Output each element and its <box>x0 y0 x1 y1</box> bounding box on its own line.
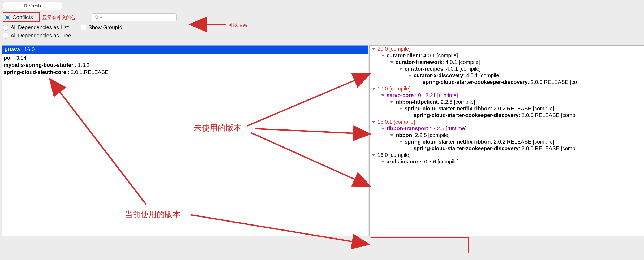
annotation-search-label: 可以搜索 <box>228 22 247 28</box>
dependency-list-item[interactable]: poi : 3.14 <box>2 54 368 62</box>
radio-icon <box>3 33 8 39</box>
tree-row[interactable]: spring-cloud-starter-zookeeper-discovery… <box>370 79 644 85</box>
annotation-frame-guava: guava : 16.0 <box>3 46 36 53</box>
checkbox-icon <box>81 25 86 30</box>
chevron-down-icon[interactable] <box>372 48 375 50</box>
chevron-down-icon[interactable] <box>390 101 393 103</box>
all-deps-list-radio[interactable]: All Dependencies as List <box>3 24 69 31</box>
tree-row[interactable]: 20.0 [compile] <box>370 46 644 52</box>
tree-row[interactable]: curator-framework : 4.0.1 [compile] <box>370 59 644 66</box>
show-groupid-label: Show GroupId <box>88 24 122 31</box>
search-icon <box>95 15 99 20</box>
dependency-list-panel[interactable]: guava : 16.0poi : 3.14mybatis-spring-boo… <box>2 45 368 236</box>
dependency-list-item[interactable]: spring-cloud-sleuth-core : 2.0.1.RELEASE <box>2 69 368 76</box>
tree-row[interactable]: 16.0 [compile] <box>370 152 644 158</box>
chevron-down-icon[interactable] <box>390 61 393 63</box>
chevron-down-icon[interactable] <box>381 128 384 130</box>
all-deps-tree-label: All Dependencies as Tree <box>11 33 71 39</box>
svg-point-0 <box>95 16 98 19</box>
tree-row[interactable]: ribbon-transport : 2.2.5 [runtime] <box>370 125 644 132</box>
chevron-down-icon[interactable] <box>372 154 375 156</box>
conflicts-radio-label: Conflicts <box>12 14 33 20</box>
tree-row[interactable]: curator-x-discovery : 4.0.1 [compile] <box>370 72 644 79</box>
tree-row[interactable]: curator-client : 4.0.1 [compile] <box>370 52 644 59</box>
tree-row[interactable]: ribbon : 2.2.5 [compile] <box>370 132 644 138</box>
chevron-down-icon[interactable] <box>372 88 375 90</box>
tree-row[interactable]: 19.0 [compile] <box>370 85 644 92</box>
tree-row[interactable]: spring-cloud-starter-zookeeper-discovery… <box>370 112 644 119</box>
tree-row[interactable]: archaius-core : 0.7.6 [compile] <box>370 158 644 165</box>
chevron-down-icon[interactable] <box>399 68 402 70</box>
radio-icon <box>5 15 10 20</box>
refresh-button[interactable]: Refresh <box>3 2 62 10</box>
tree-row[interactable]: ribbon-httpclient : 2.2.5 [compile] <box>370 99 644 105</box>
tree-row[interactable]: servo-core : 0.12.21 [runtime] <box>370 92 644 99</box>
chevron-down-icon[interactable] <box>399 141 402 143</box>
svg-line-1 <box>97 18 99 19</box>
show-groupid-checkbox[interactable]: Show GroupId <box>81 24 122 31</box>
conflicts-highlight-box: Conflicts <box>3 12 40 22</box>
chevron-down-icon[interactable] <box>372 121 375 123</box>
tree-row[interactable]: spring-cloud-starter-netflix-ribbon : 2.… <box>370 105 644 112</box>
all-deps-tree-radio[interactable]: All Dependencies as Tree <box>3 33 71 39</box>
chevron-down-icon[interactable] <box>399 108 402 110</box>
dependency-list-item[interactable]: mybatis-spring-boot-starter : 1.3.2 <box>2 62 368 69</box>
chevron-down-icon[interactable] <box>381 55 384 57</box>
chevron-down-icon[interactable] <box>408 75 411 77</box>
all-deps-list-label: All Dependencies as List <box>11 24 69 31</box>
chevron-down-icon[interactable] <box>381 94 384 97</box>
search-dropdown-caret[interactable] <box>100 17 102 18</box>
tree-row[interactable]: curator-recipes : 4.0.1 [compile] <box>370 66 644 72</box>
search-input-wrap[interactable] <box>92 13 177 21</box>
conflicts-radio[interactable]: Conflicts <box>5 14 33 20</box>
search-input[interactable] <box>104 15 174 20</box>
dependency-tree-panel[interactable]: 20.0 [compile]curator-client : 4.0.1 [co… <box>369 45 644 236</box>
chevron-down-icon[interactable] <box>381 161 384 163</box>
annotation-frame-current-version <box>371 237 469 253</box>
dependency-list-item[interactable]: guava : 16.0 <box>2 46 368 54</box>
tree-row[interactable]: spring-cloud-starter-zookeeper-discovery… <box>370 145 644 152</box>
tree-row[interactable]: 16.0.1 [compile] <box>370 119 644 125</box>
annotation-conflicts: 显示有冲突的包 <box>42 14 76 21</box>
radio-icon <box>3 25 8 31</box>
chevron-down-icon[interactable] <box>390 134 393 136</box>
tree-row[interactable]: spring-cloud-starter-netflix-ribbon : 2.… <box>370 138 644 145</box>
